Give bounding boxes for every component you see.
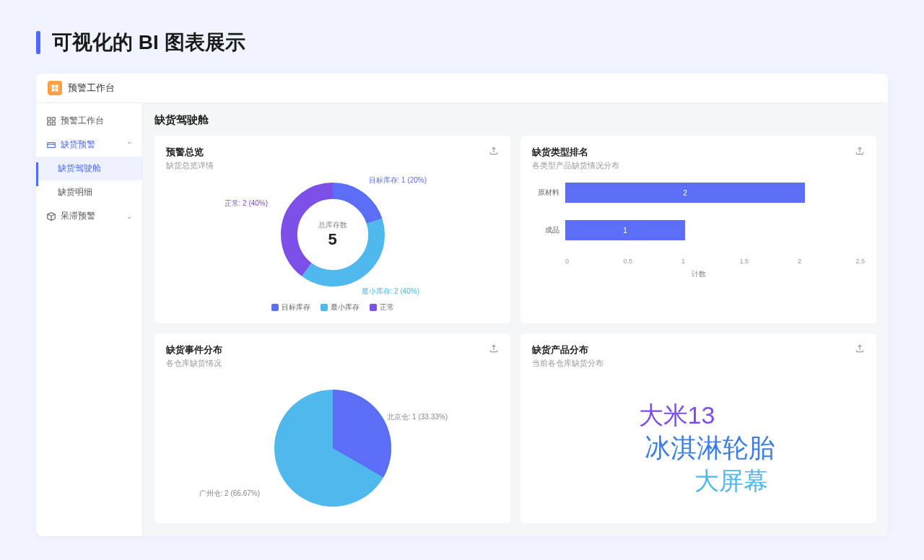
- sidebar: 预警工作台 缺货预警 ⌃ 缺货驾驶舱 缺货明细 呆滞预警 ⌄: [36, 103, 143, 536]
- svg-rect-1: [56, 85, 58, 88]
- card-title: 预警总览: [166, 146, 499, 159]
- sidebar-item-stale-alert[interactable]: 呆滞预警 ⌄: [36, 204, 142, 228]
- sidebar-item-label: 预警工作台: [61, 115, 104, 127]
- wordcloud: 大米13 冰淇淋轮胎 大屏幕: [532, 383, 865, 513]
- card-products: 缺货产品分布 当前各仓库缺货分布 大米13 冰淇淋轮胎 大屏幕: [520, 333, 876, 523]
- app-logo-icon: [48, 81, 62, 95]
- box-icon: [46, 211, 56, 222]
- sidebar-item-stock-alert[interactable]: 缺货预警 ⌃: [36, 133, 142, 157]
- legend-item[interactable]: 正常: [370, 302, 394, 312]
- donut-slice-label: 正常: 2 (40%): [225, 198, 269, 209]
- wordcloud-word: 大米13: [639, 399, 715, 431]
- svg-rect-0: [52, 85, 55, 88]
- donut-chart: 总库存数 5 目标库存: 1 (20%) 最小库存: 2 (40%) 正常: 2…: [275, 177, 391, 292]
- card-subtitle: 缺货总览详情: [166, 160, 499, 171]
- headline-text: 可视化的 BI 图表展示: [52, 29, 245, 56]
- legend-item[interactable]: 目标库存: [271, 302, 310, 312]
- svg-rect-4: [48, 117, 51, 120]
- headline-accent-bar: [36, 31, 40, 54]
- svg-rect-8: [48, 142, 56, 147]
- svg-rect-6: [48, 122, 51, 125]
- dashboard-icon: [46, 116, 56, 126]
- card-overview: 预警总览 缺货总览详情 总库存数: [154, 136, 510, 323]
- app-title: 预警工作台: [68, 82, 115, 95]
- bar-axis: 0 0.5 1 1.5 2 2.5: [565, 258, 865, 265]
- page-title: 缺货驾驶舱: [154, 113, 876, 127]
- main-content: 缺货驾驶舱 预警总览 缺货总览详情: [143, 103, 888, 536]
- bar-category: 成品: [532, 225, 565, 235]
- axis-label: 计数: [532, 269, 865, 279]
- export-icon[interactable]: [489, 344, 499, 354]
- card-ranking: 缺货类型排名 各类型产品缺货情况分布 原材料 2 成品 1: [520, 136, 876, 323]
- card-title: 缺货产品分布: [532, 344, 865, 356]
- svg-rect-2: [52, 89, 55, 92]
- bar-category: 原材料: [532, 188, 565, 198]
- card-events: 缺货事件分布 各仓库缺货情况 北京仓: 1 (33.33%) 广州仓: 2 (6…: [154, 333, 510, 523]
- sidebar-item-label: 缺货明细: [58, 187, 92, 197]
- pie-slice-label: 广州仓: 2 (66.67%): [199, 489, 260, 499]
- card-title: 缺货类型排名: [532, 146, 865, 159]
- donut-slice-label: 目标库存: 1 (20%): [369, 175, 427, 185]
- export-icon[interactable]: [855, 344, 865, 354]
- app-header: 预警工作台: [36, 74, 888, 103]
- donut-center-value: 5: [318, 230, 347, 249]
- export-icon[interactable]: [855, 146, 865, 156]
- app-window: 预警工作台 预警工作台 缺货预警 ⌃ 缺货驾驶舱 缺货明细: [36, 74, 888, 536]
- donut-center-label: 总库存数: [318, 220, 347, 230]
- pie-chart: 北京仓: 1 (33.33%) 广州仓: 2 (66.67%): [268, 383, 398, 513]
- card-subtitle: 当前各仓库缺货分布: [532, 358, 865, 369]
- wordcloud-word: 冰淇淋轮胎: [645, 432, 775, 465]
- page-headline: 可视化的 BI 图表展示: [36, 29, 888, 56]
- legend-item[interactable]: 最小库存: [321, 302, 359, 312]
- bar-fill: 1: [565, 220, 685, 240]
- wordcloud-word: 大屏幕: [694, 465, 768, 496]
- card-subtitle: 各仓库缺货情况: [166, 358, 499, 369]
- bar-chart: 原材料 2 成品 1 0 0.5 1 1.5: [532, 183, 865, 279]
- chevron-down-icon: ⌄: [126, 212, 132, 220]
- card-subtitle: 各类型产品缺货情况分布: [532, 160, 865, 171]
- sidebar-item-label: 呆滞预警: [61, 210, 95, 222]
- sidebar-sub-detail[interactable]: 缺货明细: [36, 180, 142, 204]
- legend: 目标库存 最小库存 正常: [271, 302, 394, 312]
- sidebar-sub-cockpit[interactable]: 缺货驾驶舱: [36, 157, 142, 180]
- sidebar-item-dashboard[interactable]: 预警工作台: [36, 109, 142, 133]
- svg-rect-7: [52, 122, 55, 125]
- card-title: 缺货事件分布: [166, 344, 499, 356]
- stock-icon: [46, 140, 56, 150]
- bar-fill: 2: [565, 183, 805, 203]
- donut-slice-label: 最小库存: 2 (40%): [362, 286, 420, 297]
- chevron-up-icon: ⌃: [126, 141, 132, 149]
- svg-rect-5: [52, 117, 55, 120]
- export-icon[interactable]: [489, 146, 499, 156]
- svg-rect-3: [56, 89, 58, 92]
- sidebar-item-label: 缺货预警: [61, 139, 95, 151]
- pie-slice-label: 北京仓: 1 (33.33%): [387, 412, 448, 422]
- sidebar-item-label: 缺货驾驶舱: [58, 163, 101, 173]
